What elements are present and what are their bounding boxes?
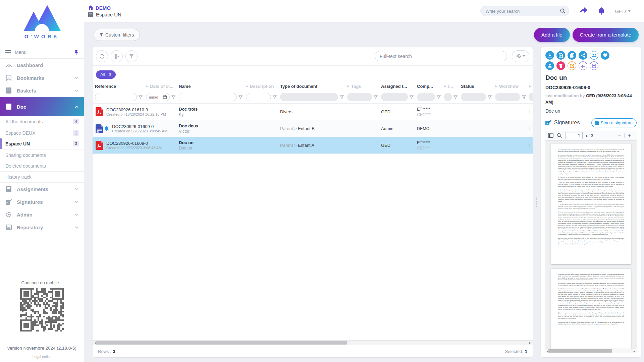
column-header-name[interactable]: Name (179, 84, 246, 89)
column-header-status[interactable]: Status (461, 84, 495, 89)
create-template-button[interactable]: Create from a template (573, 28, 639, 42)
share-forward-icon[interactable] (579, 7, 588, 15)
legal-notice-link[interactable]: Legal notice (0, 355, 84, 359)
refresh-button[interactable] (96, 50, 108, 62)
pdf-horizontal-scrollbar[interactable]: ◄ ► (545, 349, 637, 353)
columns-button[interactable] (111, 50, 123, 62)
table-row[interactable]: EWDOC230926-01609-0Created on 9/26/2023 … (93, 120, 533, 137)
column-header-assigned-t-[interactable]: Assigned t... (381, 84, 417, 89)
column-header-y-[interactable]: ▶Y... (529, 84, 533, 89)
copy-action-button[interactable] (568, 51, 576, 60)
sidebar-subitem-deleted-documents[interactable]: Deleted documents (0, 161, 84, 172)
pdf-pages[interactable]: Il y a aujourd'hui trois cent quarante-h… (545, 141, 637, 349)
sidebar-subitem-history-track[interactable]: History track (0, 172, 84, 183)
sidebar-item-signatures[interactable]: Signatures (0, 195, 84, 208)
doc-page-action-button[interactable] (590, 61, 598, 70)
date-filter-input[interactable]: mm/d (146, 93, 170, 101)
sidebar-item-assignments[interactable]: Assignments (0, 183, 84, 195)
sidebar-item-dashboard[interactable]: Dashboard (0, 59, 84, 71)
funnel-icon[interactable] (488, 95, 492, 99)
breadcrumb-space[interactable]: Espace UN (88, 12, 121, 17)
scrollbar-thumb[interactable] (96, 341, 347, 345)
sidebar-toggle-icon[interactable] (548, 133, 553, 138)
hamburger-icon[interactable] (5, 50, 11, 54)
column-header-tags[interactable]: ▶Tags (347, 84, 381, 89)
filter-input[interactable] (246, 93, 271, 101)
column-header-i-[interactable]: ▶I... (444, 84, 461, 89)
funnel-icon[interactable] (437, 95, 441, 99)
scroll-right-icon[interactable]: ► (529, 341, 532, 345)
funnel-icon[interactable] (238, 95, 243, 99)
pdf-scroll-right-icon[interactable]: ► (633, 349, 636, 353)
sidebar-item-bookmarks[interactable]: Bookmarks (0, 71, 84, 84)
funnel-icon[interactable] (522, 95, 526, 99)
sidebar-item-doc[interactable]: Doc (0, 97, 84, 116)
share-action-button[interactable] (579, 51, 587, 60)
pin-icon[interactable] (74, 50, 78, 55)
table-row[interactable]: DOC230926-01608-0Created on 9/26/2023 3:… (93, 137, 533, 154)
notifications-bell-icon[interactable] (598, 7, 605, 15)
table-horizontal-scrollbar[interactable]: ◄ ► (93, 340, 533, 345)
sidebar-subitem-sharing-documents[interactable]: Sharing documents (0, 149, 84, 161)
funnel-icon[interactable] (410, 95, 414, 99)
all-count-badge[interactable]: All : 3 (96, 70, 116, 79)
pdf-scrollbar-thumb[interactable] (548, 349, 612, 353)
sidebar-subitem-espace-deux[interactable]: Espace DEUX1 (0, 127, 84, 138)
return-action-button[interactable] (579, 61, 587, 70)
sidebar-item-repository[interactable]: Repository (0, 221, 84, 234)
file-up-action-button[interactable] (556, 51, 565, 60)
breadcrumb-home[interactable]: DEMO (88, 5, 121, 11)
chevron-down-icon (75, 77, 78, 79)
heart-action-button[interactable] (601, 51, 609, 60)
panel-resize-handle[interactable] (536, 197, 539, 207)
users-action-button[interactable] (590, 51, 598, 60)
filter-input[interactable] (95, 93, 137, 101)
funnel-icon[interactable] (340, 95, 344, 99)
column-header-type-of-document[interactable]: Type of document (280, 84, 347, 89)
page-number-input[interactable] (565, 132, 583, 139)
table-settings-button[interactable] (512, 50, 529, 62)
column-header-description[interactable]: ▶Description (246, 84, 280, 89)
pdf-icon (96, 141, 103, 150)
main-area: DEMO Espace UN (84, 0, 644, 362)
breadcrumb-home-label: DEMO (96, 5, 111, 11)
table-row[interactable]: DOC230926-01610-3Created on 10/28/2024 1… (93, 104, 533, 120)
sidebar-item-admin[interactable]: Admin (0, 208, 84, 221)
search-icon[interactable] (560, 8, 566, 14)
download-action-button[interactable] (545, 51, 554, 60)
zoom-in-icon[interactable]: + (625, 132, 634, 139)
add-file-button[interactable]: Add a file (534, 28, 570, 42)
filter-input[interactable] (179, 93, 237, 101)
sidebar-item-baskets[interactable]: Baskets (0, 84, 84, 97)
sidebar-subitem-all-the-documents[interactable]: All the documents4 (0, 116, 84, 127)
funnel-icon[interactable] (139, 95, 143, 99)
pdf-page-2: S'il pouvait nous être donné à nous, hom… (551, 269, 631, 349)
stamp-action-button[interactable] (545, 61, 554, 70)
column-header-workflow[interactable]: ▶Workflow (495, 84, 529, 89)
sort-arrow-icon: ▶ (495, 84, 497, 88)
global-search-input[interactable] (485, 9, 560, 14)
sidebar-subitem-espace-un[interactable]: Espace UN3 (0, 138, 84, 149)
funnel-icon (99, 33, 103, 37)
column-header-comp-[interactable]: Comp... (417, 84, 444, 89)
funnel-icon[interactable] (273, 95, 277, 99)
filter-cell-tags (347, 93, 381, 101)
funnel-icon[interactable] (453, 95, 458, 99)
company-cell: DEMO (417, 126, 444, 131)
funnel-icon[interactable] (171, 95, 175, 99)
user-menu[interactable]: GED (615, 8, 631, 14)
filter-button[interactable] (125, 50, 138, 62)
custom-filters-button[interactable]: Custom filters (94, 29, 140, 41)
zoom-out-icon[interactable]: − (615, 132, 624, 139)
copy-icon (570, 53, 574, 58)
start-signature-button[interactable]: Start a signature (591, 118, 637, 127)
pdf-search-icon[interactable] (557, 133, 562, 138)
trash-action-button[interactable] (556, 61, 565, 70)
column-header-date-of-cr-[interactable]: ▶Date of cr... (146, 84, 179, 89)
funnel-icon[interactable] (374, 95, 378, 99)
column-header-reference[interactable]: Reference (95, 84, 146, 89)
fulltext-search-input[interactable] (380, 54, 502, 59)
created-date: Created on 9/26/2023 3:08:43 AM (106, 146, 162, 150)
external-action-button[interactable] (568, 61, 576, 70)
created-date: Created on 9/26/2023 3:09:45 AM (112, 129, 167, 133)
